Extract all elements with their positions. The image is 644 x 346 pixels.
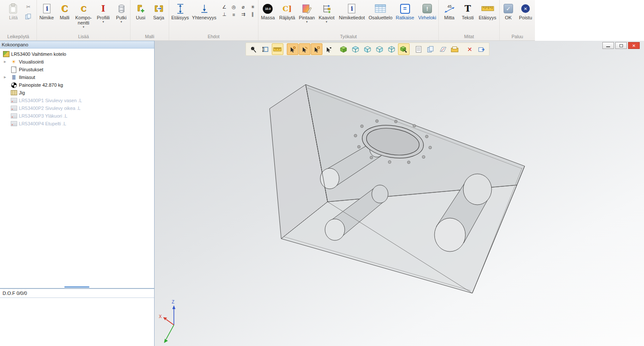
delete-icon[interactable]: ✕ [464, 43, 476, 55]
dropdown-caret-icon[interactable]: ▾ [83, 25, 85, 28]
item-button[interactable]: i Nimike [37, 2, 56, 20]
snap-point-icon[interactable] [287, 43, 298, 55]
dropdown-caret-icon[interactable]: ▾ [103, 20, 104, 23]
text-button[interactable]: T Teksti [459, 2, 477, 20]
new-label: Uusi [136, 15, 145, 20]
parts-list-button[interactable]: Osaluettelo [367, 2, 394, 20]
angle-constraint-button[interactable]: ∠ [220, 4, 229, 10]
sketch-plane-icon[interactable] [437, 43, 449, 55]
ribbon-group-return: ✓ OK ✕ Poistu Paluu [500, 0, 535, 40]
dropdown-caret-icon[interactable]: ▾ [306, 20, 308, 23]
viewport[interactable]: ✕ ✕ [155, 41, 644, 346]
axis-z-label: Z [172, 300, 174, 304]
group-label-tools: Työkalut [258, 33, 438, 40]
close-icon: ✕ [632, 43, 635, 48]
component-button[interactable]: C Kompo-nentti ▾ [73, 2, 94, 28]
snap-line-icon[interactable] [299, 43, 310, 55]
cut-icon: ✂ [26, 4, 30, 10]
ribbon-group-dimensions: 45 Mitta T Teksti Etäisyys [439, 0, 500, 40]
tree-row-drawings[interactable]: Piirustukset [0, 66, 154, 73]
intersect-constraint-button[interactable]: ✳ [248, 4, 258, 10]
drawing-sheet-icon[interactable] [449, 43, 461, 55]
solve-button[interactable]: = Ratkaise [394, 2, 416, 20]
dimension-icon: 45 [444, 2, 456, 15]
tree-row-representations[interactable]: ▶ ≣ Ilmiasut [0, 73, 154, 81]
tree-row-part-p1[interactable]: LR53400P1 Sivulevy vasen .L [0, 97, 154, 104]
new-button[interactable]: Uusi [132, 2, 150, 20]
copy-button[interactable] [24, 13, 33, 21]
distance-constraint-button[interactable]: Etäisyys [170, 2, 191, 20]
expand-arrow-icon[interactable]: ▶ [4, 60, 6, 63]
assembly-tree: LR53400 Vaihtimen kotelo ▶ ☀ Visualisoin… [0, 49, 154, 289]
highlight-solid-icon[interactable] [398, 43, 410, 55]
mass-button[interactable]: 10.0 Massa [258, 2, 277, 20]
dimension-label: Mitta [444, 15, 455, 20]
to-surface-button[interactable]: Pintaan ▾ [297, 2, 317, 23]
copy-view-icon[interactable] [425, 43, 437, 55]
3d-model-canvas[interactable]: Z X [155, 41, 644, 346]
profile-icon: I [101, 3, 105, 14]
error-log-button[interactable]: ! Virheloki [416, 2, 438, 20]
pin-icon[interactable] [248, 43, 259, 55]
parallel-constraint-button[interactable]: ∥ [248, 11, 258, 18]
tree-row-jig[interactable]: Jig [0, 89, 154, 97]
new-icon [136, 2, 146, 15]
snap-face-icon[interactable] [311, 43, 322, 55]
zoom-extents-icon[interactable] [260, 43, 271, 55]
part-icon [10, 97, 17, 104]
dropdown-caret-icon[interactable]: ▾ [326, 20, 328, 23]
pipe-button[interactable]: Putki ▾ [113, 2, 130, 23]
tree-label: Visualisointi [19, 59, 44, 64]
item-data-button[interactable]: i Nimiketiedot [337, 2, 368, 20]
drawings-icon [10, 67, 17, 73]
tree-row-assembly-root[interactable]: LR53400 Vaihtimen kotelo [0, 50, 154, 58]
tree-row-center-of-gravity[interactable]: Painopiste 42.870 kg [0, 81, 154, 89]
horizontal-scrollbar-thumb[interactable] [64, 286, 89, 288]
dimension-button[interactable]: 45 Mitta [440, 2, 459, 20]
wireframe-select-icon[interactable] [386, 43, 398, 55]
select-cursor-icon[interactable] [323, 43, 334, 55]
restore-icon [620, 44, 623, 47]
expand-arrow-icon[interactable]: ▶ [4, 76, 6, 79]
solid-select-icon[interactable] [338, 43, 349, 55]
model-button[interactable]: C Malli [56, 2, 73, 20]
minimize-button[interactable] [602, 42, 614, 49]
dropdown-caret-icon[interactable]: ▾ [121, 20, 122, 23]
tangent-constraint-button[interactable]: ⌀ [239, 4, 248, 10]
tree-row-part-p3[interactable]: LR53400P3 Yläkuori .L [0, 112, 154, 120]
series-button[interactable]: Sarja [150, 2, 168, 20]
ok-check-icon: ✓ [504, 4, 513, 13]
cut-button[interactable]: ✂ [24, 3, 33, 11]
exit-button[interactable]: ✕ Poistu [516, 2, 535, 20]
export-view-icon[interactable] [476, 43, 488, 55]
tree-row-part-p2[interactable]: LR53400P2 Sivulevy oikea .L [0, 104, 154, 112]
minimize-icon [606, 46, 610, 47]
paste-button[interactable]: Liitä [4, 2, 23, 20]
tree-row-part-p4[interactable]: LR53400P4 Etupelti .L [0, 120, 154, 127]
body-select-icon[interactable] [374, 43, 386, 55]
part-icon [10, 121, 17, 127]
coincidence-button[interactable]: Yhtenevyys [191, 2, 218, 20]
symmetric-constraint-button[interactable]: ⇉ [239, 11, 248, 18]
profile-button[interactable]: I Profiili ▾ [94, 2, 113, 23]
group-label-clipboard: Leikepöytä [0, 33, 36, 40]
ribbon-group-constraints: Etäisyys Yhtenevyys ∠ ◎ ⌀ ✳ ⊥ ≡ [169, 0, 258, 40]
coincident-constraint-button[interactable]: ≡ [229, 11, 239, 18]
explode-button[interactable]: C] Räjäytä [277, 2, 297, 20]
face-select-icon[interactable] [350, 43, 361, 55]
restore-button[interactable] [615, 42, 627, 49]
clipboard-small-buttons: ✂ [24, 2, 33, 21]
perpendicular-constraint-button[interactable]: ⊥ [220, 11, 229, 18]
close-button[interactable]: ✕ [628, 42, 640, 49]
edge-select-icon[interactable] [362, 43, 374, 55]
model-label: Malli [60, 15, 70, 20]
measure-icon[interactable] [272, 43, 283, 55]
schematics-button[interactable]: Kaaviot ▾ [317, 2, 337, 23]
measure-distance-button[interactable]: Etäisyys [477, 2, 498, 20]
tree-row-visualization[interactable]: ▶ ☀ Visualisointi [0, 58, 154, 66]
notes-icon[interactable] [413, 43, 425, 55]
ok-button[interactable]: ✓ OK [500, 2, 516, 20]
concentric-constraint-button[interactable]: ◎ [229, 4, 239, 10]
assembly-panel: Kokoonpano LR53400 Vaihtimen kotelo ▶ ☀ … [0, 41, 155, 346]
visualization-icon: ☀ [10, 59, 17, 65]
